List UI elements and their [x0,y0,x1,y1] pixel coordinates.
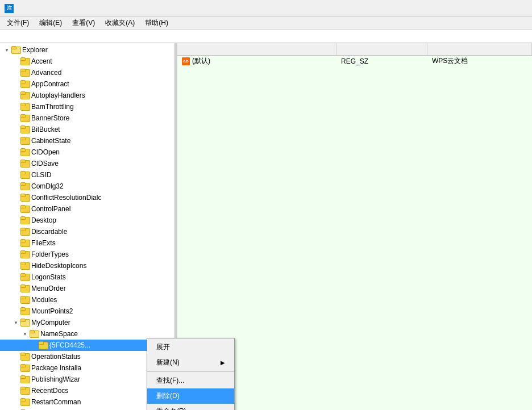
folder-icon-operationstatus [20,353,30,361]
cell-data: WPS云文档 [427,56,532,66]
tree-label-packageinstalla: Package Installa [31,364,81,372]
menu-item-file[interactable]: 文件(F) [2,17,34,29]
tree-item-comdlg32[interactable]: ComDlg32 [0,181,174,192]
menu-item-edit[interactable]: 编辑(E) [35,17,66,29]
folder-icon-desktop [20,216,30,224]
tree-item-accent[interactable]: Accent [0,56,174,67]
folder-icon-clsid [20,171,30,179]
cell-type: REG_SZ [336,57,427,65]
ctx-item-find[interactable]: 查找(F)... [147,373,234,388]
tree-label-fileexts: FileExts [31,239,56,247]
ctx-item-label-new: 新建(N) [156,358,180,367]
tree-label-guid: {5FCD4425... [49,341,90,349]
ctx-item-new[interactable]: 新建(N)▶ [147,355,234,370]
tree-item-modules[interactable]: Modules [0,294,174,306]
menu-item-favorites[interactable]: 收藏夹(A) [101,17,139,29]
tree-item-conflictresolution[interactable]: ConflictResolutionDialc [0,192,174,203]
tree-item-bannerstore[interactable]: BannerStore [0,112,174,124]
ctx-item-expand[interactable]: 展开 [147,340,234,355]
tree-label-explorer: Explorer [22,46,48,54]
tree-item-menuorder[interactable]: MenuOrder [0,283,174,294]
tree-item-bamthrottling[interactable]: BamThrottling [0,101,174,112]
tree-label-bamthrottling: BamThrottling [31,103,74,111]
ctx-item-delete[interactable]: 删除(D) [147,388,234,404]
expand-arrow-mycomputer[interactable] [11,318,20,327]
menu-bar: 文件(F)编辑(E)查看(V)收藏夹(A)帮助(H) [0,17,532,30]
folder-icon-fileexts [20,239,30,247]
tree-label-mycomputer: MyComputer [31,319,70,327]
tree-label-restartcomman: RestartComman [31,398,81,406]
tree-label-publishingwizar: PublishingWizar [31,375,80,383]
tree-label-hidedesktopicons: HideDesktopIcons [31,262,86,270]
tree-label-foldertypes: FolderTypes [31,250,69,258]
folder-icon-cabinetstate [20,137,30,145]
app-icon: 注 [5,4,14,13]
ctx-item-label-rename: 重命名(R) [156,407,186,410]
folder-icon-comdlg32 [20,182,30,190]
col-header-data[interactable] [427,43,532,55]
folder-icon-cidopen [20,148,30,156]
tree-item-cidsave[interactable]: CIDSave [0,158,174,169]
tree-item-autoplayhandlers[interactable]: AutoplayHandlers [0,90,174,101]
tree-item-explorer[interactable]: Explorer [0,44,174,56]
tree-label-conflictresolution: ConflictResolutionDialc [31,194,101,202]
context-menu: 展开新建(N)▶查找(F)...删除(D)重命名(R) [147,338,235,410]
tree-label-namespace: NameSpace [40,330,78,338]
expand-arrow-namespace[interactable] [20,329,30,338]
folder-icon-restartcomman [20,398,30,406]
folder-icon-bamthrottling [20,103,30,111]
col-header-type[interactable] [336,43,427,55]
folder-icon-mycomputer [20,319,30,327]
tree-item-fileexts[interactable]: FileExts [0,237,174,249]
ctx-item-label-delete: 删除(D) [156,391,180,401]
col-header-name[interactable] [177,43,336,55]
folder-icon-recentdocs [20,387,30,395]
tree-item-hidedesktopicons[interactable]: HideDesktopIcons [0,260,174,271]
folder-icon-autoplayhandlers [20,91,30,99]
menu-item-help[interactable]: 帮助(H) [140,17,173,29]
folder-icon-namespace [30,330,39,338]
tree-item-desktop[interactable]: Desktop [0,215,174,226]
folder-icon-appcontract [20,80,30,88]
tree-item-cidopen[interactable]: CIDOpen [0,147,174,158]
tree-item-foldertypes[interactable]: FolderTypes [0,249,174,260]
tree-label-controlpanel: ControlPanel [31,205,70,213]
main-content: ExplorerAccentAdvancedAppContractAutopla… [0,43,532,410]
ctx-item-label-find: 查找(F)... [156,376,184,386]
tree-item-logonstats[interactable]: LogonStats [0,271,174,283]
folder-icon-guid [39,341,48,349]
tree-item-cabinetstate[interactable]: CabinetState [0,135,174,147]
tree-item-clsid[interactable]: CLSID [0,169,174,181]
tree-item-mycomputer[interactable]: MyComputer [0,317,174,328]
tree-label-bannerstore: BannerStore [31,114,69,122]
folder-icon-packageinstalla [20,364,30,372]
column-headers [177,43,532,56]
folder-icon-accent [20,57,30,65]
tree-label-menuorder: MenuOrder [31,285,66,292]
tree-item-bitbucket[interactable]: BitBucket [0,124,174,135]
menu-item-view[interactable]: 查看(V) [68,17,99,29]
data-row[interactable]: ab(默认)REG_SZWPS云文档 [177,56,532,67]
folder-icon-modules [20,296,30,304]
tree-label-discardable: Discardable [31,228,67,236]
tree-item-mountpoints2[interactable]: MountPoints2 [0,306,174,317]
cell-name-text: (默认) [192,56,210,66]
tree-label-modules: Modules [31,296,57,304]
tree-label-cidopen: CIDOpen [31,148,60,156]
tree-label-cidsave: CIDSave [31,160,59,168]
tree-label-bitbucket: BitBucket [31,125,60,133]
folder-icon-logonstats [20,273,30,281]
folder-icon-conflictresolution [20,194,30,202]
ctx-item-rename[interactable]: 重命名(R) [147,404,234,410]
tree-item-appcontract[interactable]: AppContract [0,78,174,90]
tree-label-accent: Accent [31,57,52,65]
expand-arrow-explorer[interactable] [2,45,11,55]
tree-item-advanced[interactable]: Advanced [0,67,174,78]
reg-value-icon: ab [182,57,190,65]
folder-icon-controlpanel [20,205,30,213]
tree-item-discardable[interactable]: Discardable [0,226,174,237]
tree-item-controlpanel[interactable]: ControlPanel [0,203,174,215]
tree-label-logonstats: LogonStats [31,273,66,281]
tree-label-advanced: Advanced [31,69,61,77]
folder-icon-bannerstore [20,114,30,122]
